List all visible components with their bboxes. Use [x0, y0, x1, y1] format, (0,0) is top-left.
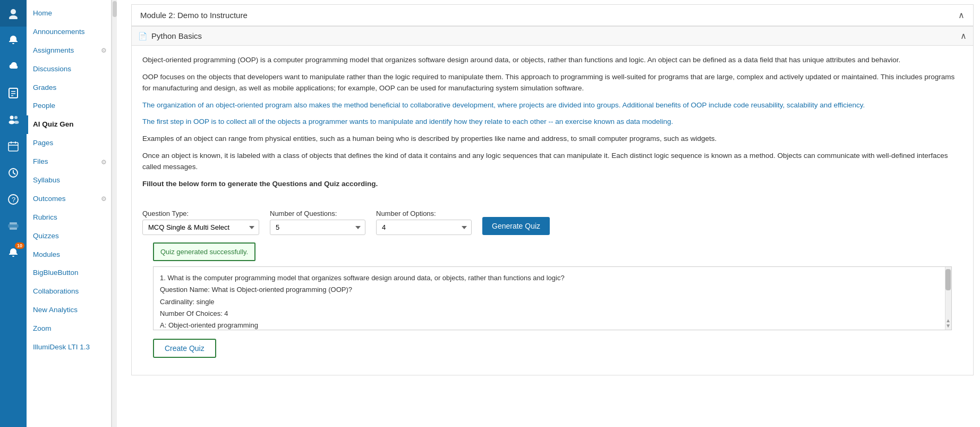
rubrics-link[interactable]: Rubrics — [27, 208, 107, 227]
module-collapse-icon[interactable]: ∧ — [958, 10, 965, 20]
svg-rect-18 — [10, 222, 17, 224]
paragraph-3: The organization of an object-oriented p… — [142, 99, 962, 111]
assignments-nav-icon[interactable] — [0, 80, 27, 106]
sidebar-item-files[interactable]: Files ⚙ — [27, 153, 111, 171]
sidebar-scrollbar[interactable] — [112, 0, 117, 427]
illumidesk-link[interactable]: IllumiDesk LTI 1.3 — [27, 338, 107, 357]
sidebar-item-syllabus[interactable]: Syllabus — [27, 171, 111, 190]
assignments-link[interactable]: Assignments — [27, 41, 101, 60]
sidebar-item-ai-quiz-gen[interactable]: AI Quiz Gen — [27, 115, 111, 134]
icon-bar: ? 10 — [0, 0, 27, 427]
python-header-left: 📄 Python Basics — [138, 31, 202, 40]
sidebar-item-bigbluebutton[interactable]: BigBlueButton — [27, 264, 111, 282]
main-content: Module 2: Demo to Instructure ∧ 📄 Python… — [125, 0, 980, 427]
syllabus-link[interactable]: Syllabus — [27, 171, 107, 190]
sidebar-item-rubrics[interactable]: Rubrics — [27, 208, 111, 227]
sidebar-item-quizzes[interactable]: Quizzes — [27, 227, 111, 246]
python-basics-section: 📄 Python Basics ∧ Object-oriented progra… — [131, 26, 974, 375]
sidebar-item-assignments[interactable]: Assignments ⚙ — [27, 41, 111, 60]
python-basics-title: Python Basics — [151, 31, 202, 40]
files-link[interactable]: Files — [27, 153, 101, 171]
people-link[interactable]: People — [27, 97, 107, 115]
paragraph-6: Once an object is known, it is labeled w… — [142, 150, 962, 173]
assignments-settings-icon[interactable]: ⚙ — [101, 47, 107, 54]
success-message: Quiz generated successfully. — [153, 242, 255, 261]
module-title: Module 2: Demo to Instructure — [140, 11, 248, 20]
ai-quiz-gen-link[interactable]: AI Quiz Gen — [27, 115, 107, 134]
zoom-link[interactable]: Zoom — [27, 320, 107, 338]
notifications-nav-icon[interactable]: 10 — [0, 239, 27, 266]
sidebar-item-discussions[interactable]: Discussions — [27, 60, 111, 79]
python-section-collapse-icon[interactable]: ∧ — [960, 31, 967, 41]
python-basics-header: 📄 Python Basics ∧ — [132, 27, 973, 46]
home-link[interactable]: Home — [27, 4, 107, 23]
announcement-bell-icon[interactable] — [0, 27, 27, 53]
svg-rect-17 — [8, 224, 18, 228]
form-row: Question Type: MCQ Single & Multi Select… — [142, 210, 962, 235]
sidebar-item-announcements[interactable]: Announcements — [27, 23, 111, 41]
sidebar-wrapper: Home Announcements Assignments ⚙ Discuss… — [27, 0, 125, 427]
discussions-link[interactable]: Discussions — [27, 60, 107, 79]
svg-point-7 — [9, 121, 15, 124]
files-settings-icon[interactable]: ⚙ — [101, 158, 107, 166]
num-questions-group: Number of Questions: 1234 5678910 — [270, 210, 365, 235]
num-options-group: Number of Options: 2345 — [376, 210, 472, 235]
grades-link[interactable]: Grades — [27, 79, 107, 97]
quiz-output-text: 1. What is the computer programming mode… — [160, 274, 565, 330]
tools-nav-icon[interactable] — [0, 213, 27, 239]
content-area: Object-oriented programming (OOP) is a c… — [132, 46, 973, 203]
help-nav-icon[interactable]: ? — [0, 186, 27, 213]
new-analytics-link[interactable]: New Analytics — [27, 301, 107, 320]
svg-rect-2 — [9, 88, 18, 98]
bigbluebutton-link[interactable]: BigBlueButton — [27, 264, 107, 282]
notification-count-badge: 10 — [15, 242, 24, 249]
paragraph-4: The first step in OOP is to collect all … — [142, 116, 962, 128]
num-options-label: Number of Options: — [376, 210, 472, 217]
num-questions-select[interactable]: 1234 5678910 — [270, 220, 365, 235]
calendar-nav-icon[interactable] — [0, 133, 27, 160]
sidebar-item-collaborations[interactable]: Collaborations — [27, 282, 111, 301]
cloud-icon[interactable] — [0, 53, 27, 80]
svg-rect-10 — [8, 143, 18, 151]
question-type-select[interactable]: MCQ Single & Multi Select True/False Sho… — [142, 220, 259, 235]
sidebar-scrollbar-thumb[interactable] — [113, 1, 117, 17]
history-nav-icon[interactable] — [0, 160, 27, 186]
svg-point-6 — [10, 116, 14, 120]
question-type-label: Question Type: — [142, 210, 259, 217]
svg-text:?: ? — [12, 196, 15, 204]
create-quiz-button[interactable]: Create Quiz — [153, 339, 216, 358]
sidebar-item-zoom[interactable]: Zoom — [27, 320, 111, 338]
sidebar-item-grades[interactable]: Grades — [27, 79, 111, 97]
svg-point-1 — [9, 15, 18, 19]
quizzes-link[interactable]: Quizzes — [27, 227, 107, 246]
sidebar-item-pages[interactable]: Pages — [27, 134, 111, 153]
document-icon: 📄 — [138, 32, 147, 40]
user-avatar-icon[interactable] — [0, 0, 27, 27]
question-type-group: Question Type: MCQ Single & Multi Select… — [142, 210, 259, 235]
module-header: Module 2: Demo to Instructure ∧ — [131, 4, 974, 26]
pages-link[interactable]: Pages — [27, 134, 107, 153]
num-options-select[interactable]: 2345 — [376, 220, 472, 235]
collaborations-link[interactable]: Collaborations — [27, 282, 107, 301]
paragraph-5: Examples of an object can range from phy… — [142, 133, 962, 145]
outcomes-settings-icon[interactable]: ⚙ — [101, 195, 107, 203]
sidebar-item-home[interactable]: Home — [27, 4, 111, 23]
sidebar-nav: Home Announcements Assignments ⚙ Discuss… — [27, 0, 112, 427]
sidebar-item-people[interactable]: People — [27, 97, 111, 115]
quiz-output-area[interactable]: 1. What is the computer programming mode… — [153, 266, 952, 330]
svg-point-8 — [14, 116, 18, 119]
outcomes-link[interactable]: Outcomes — [27, 190, 101, 208]
generate-quiz-button[interactable]: Generate Quiz — [482, 217, 550, 235]
svg-rect-19 — [10, 228, 17, 230]
paragraph-1: Object-oriented programming (OOP) is a c… — [142, 54, 962, 66]
people-nav-icon[interactable] — [0, 106, 27, 133]
sidebar-item-illumidesk[interactable]: IllumiDesk LTI 1.3 — [27, 338, 111, 357]
success-banner: Quiz generated successfully. — [142, 242, 962, 266]
sidebar-item-new-analytics[interactable]: New Analytics — [27, 301, 111, 320]
sidebar-item-outcomes[interactable]: Outcomes ⚙ — [27, 190, 111, 208]
modules-link[interactable]: Modules — [27, 246, 107, 264]
quiz-form-area: Question Type: MCQ Single & Multi Select… — [132, 203, 973, 375]
announcements-link[interactable]: Announcements — [27, 23, 107, 41]
sidebar-item-modules[interactable]: Modules — [27, 246, 111, 264]
paragraph-2: OOP focuses on the objects that develope… — [142, 71, 962, 94]
